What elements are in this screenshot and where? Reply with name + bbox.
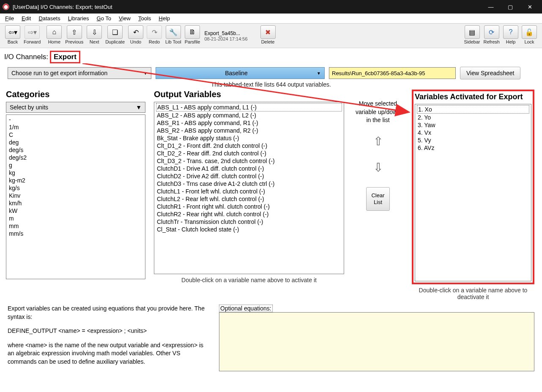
select-by-units-combo[interactable]: Select by units ▼ xyxy=(6,102,145,113)
arrow-left-icon: ⇦▾ xyxy=(5,25,20,39)
list-item[interactable]: ABS_R2 - ABS apply command, R2 (-) xyxy=(156,127,342,134)
list-item[interactable]: - xyxy=(8,116,143,123)
list-item[interactable]: km/h xyxy=(8,199,143,207)
list-item[interactable]: Kinv xyxy=(8,192,143,199)
move-column: Move selected variable up/down in the li… xyxy=(353,90,403,300)
list-item[interactable]: mm xyxy=(8,222,143,230)
explain-p2: DEFINE_OUTPUT <name> = <expression> ; <u… xyxy=(8,327,206,335)
list-item[interactable]: C xyxy=(8,131,143,139)
lock-button[interactable]: 🔓Lock xyxy=(520,24,539,47)
menubar: File Edit Datasets Libraries Go To View … xyxy=(0,14,542,24)
menu-edit[interactable]: Edit xyxy=(18,14,34,22)
output-column: Output Variables ABS_L1 - ABS apply comm… xyxy=(154,90,344,300)
activated-title: Variables Activated for Export xyxy=(415,93,531,101)
maximize-button[interactable]: ▢ xyxy=(501,0,520,14)
list-item[interactable]: 6. AVz xyxy=(417,144,529,152)
choose-run-combo[interactable]: Choose run to get export information ▼ xyxy=(8,67,151,79)
list-item[interactable]: ClutchD2 - Drive A2 diff. clutch control… xyxy=(156,172,342,180)
list-item[interactable]: Cl_Stat - Clutch locked state (-) xyxy=(156,226,342,233)
back-button[interactable]: ⇦▾Back xyxy=(3,24,22,47)
list-item[interactable]: kW xyxy=(8,207,143,215)
list-item[interactable]: deg/s2 xyxy=(8,154,143,161)
baseline-combo[interactable]: Baseline ▼ xyxy=(156,67,325,79)
move-up-button[interactable]: ⇧ xyxy=(369,132,387,151)
categories-listbox[interactable]: -1/mCdegdeg/sdeg/s2gkgkg-m2kg/sKinvkm/hk… xyxy=(6,114,145,279)
list-item[interactable]: Bk_Stat - Brake apply status (-) xyxy=(156,134,342,142)
categories-column: Categories Select by units ▼ -1/mCdegdeg… xyxy=(6,90,145,300)
list-item[interactable]: 3. Yaw xyxy=(417,121,529,129)
menu-help[interactable]: Help xyxy=(155,14,173,22)
list-item[interactable]: Clt_D2_2 - Rear diff. 2nd clutch control… xyxy=(156,150,342,157)
clear-list-button[interactable]: Clear List xyxy=(366,187,390,211)
list-item[interactable]: ClutchL1 - Front left whl. clutch contro… xyxy=(156,188,342,195)
refresh-icon: ⟳ xyxy=(484,25,499,39)
redo-icon: ↷ xyxy=(147,25,162,39)
wrench-icon: 🔧 xyxy=(166,25,181,39)
list-item[interactable]: kg-m2 xyxy=(8,177,143,184)
activated-highlight-box: Variables Activated for Export 1. Xo2. Y… xyxy=(412,90,534,284)
titlebar: ⬤ [UserData] I/O Channels: Export; testO… xyxy=(0,0,542,14)
duplicate-button[interactable]: ❏Duplicate xyxy=(104,24,126,47)
list-item[interactable]: 1/m xyxy=(8,123,143,131)
duplicate-icon: ❏ xyxy=(107,25,123,39)
menu-datasets[interactable]: Datasets xyxy=(35,14,63,22)
list-item[interactable]: 4. Vx xyxy=(417,129,529,136)
list-item[interactable]: Clt_D3_2 - Trans. case, 2nd clutch contr… xyxy=(156,157,342,165)
menu-file[interactable]: File xyxy=(2,14,17,22)
list-item[interactable]: ABS_L1 - ABS apply command, L1 (-) xyxy=(156,103,342,112)
baseline-label: Baseline xyxy=(159,70,313,76)
undo-icon: ↶ xyxy=(128,25,143,39)
redo-button[interactable]: ↷Redo xyxy=(145,24,164,47)
chevron-down-icon: ▼ xyxy=(143,71,148,76)
delete-button[interactable]: ✖Delete xyxy=(259,24,277,47)
list-item[interactable]: ABS_R1 - ABS apply command, R1 (-) xyxy=(156,119,342,127)
menu-tools[interactable]: Tools xyxy=(135,14,154,22)
equations-textarea[interactable] xyxy=(219,312,534,371)
list-item[interactable]: ClutchL2 - Rear left whl. clutch control… xyxy=(156,195,342,203)
list-item[interactable]: Clt_D1_2 - Front diff. 2nd clutch contro… xyxy=(156,142,342,150)
parsfile-button[interactable]: 🗎Parsfile xyxy=(183,24,202,47)
activated-listbox[interactable]: 1. Xo2. Yo3. Yaw4. Vx5. Vy6. AVz xyxy=(415,104,531,281)
explanation-text: Export variables can be created using eq… xyxy=(8,305,206,372)
help-icon: ? xyxy=(503,25,518,39)
view-spreadsheet-button[interactable]: View Spreadsheet xyxy=(460,67,520,79)
refresh-button[interactable]: ⟳Refresh xyxy=(482,24,501,47)
list-item[interactable]: g xyxy=(8,161,143,169)
activated-hint: Double-click on a variable name above to… xyxy=(412,287,534,300)
list-item[interactable]: ClutchR2 - Rear right whl. clutch contro… xyxy=(156,210,342,218)
export-highlight-box: Export xyxy=(50,51,80,63)
menu-goto[interactable]: Go To xyxy=(93,14,115,22)
help-button[interactable]: ?Help xyxy=(501,24,520,47)
forward-button[interactable]: ⇨▾Forward xyxy=(22,24,42,47)
move-down-button[interactable]: ⇩ xyxy=(369,158,387,177)
minimize-button[interactable]: — xyxy=(481,0,501,14)
list-item[interactable]: ClutchD3 - Trns case drive A1-2 clutch c… xyxy=(156,180,342,188)
list-item[interactable]: deg xyxy=(8,139,143,146)
output-listbox[interactable]: ABS_L1 - ABS apply command, L1 (-)ABS_L2… xyxy=(154,102,344,274)
list-item[interactable]: 5. Vy xyxy=(417,136,529,144)
menu-libraries[interactable]: Libraries xyxy=(65,14,93,22)
libtool-button[interactable]: 🔧Lib Tool xyxy=(164,24,183,47)
list-item[interactable]: kg xyxy=(8,169,143,177)
list-item[interactable]: 2. Yo xyxy=(417,114,529,121)
list-item[interactable]: ClutchR1 - Front right whl. clutch contr… xyxy=(156,203,342,210)
select-by-units-label: Select by units xyxy=(10,104,48,111)
file-date: 08-21-2024 17:14:56 xyxy=(204,36,247,41)
results-path[interactable]: Results\Run_6cb07365-85a3-4a3b-95 xyxy=(329,67,456,79)
previous-button[interactable]: ⇧Previous xyxy=(63,24,85,47)
undo-button[interactable]: ↶Undo xyxy=(126,24,145,47)
list-item[interactable]: ABS_L2 - ABS apply command, L2 (-) xyxy=(156,112,342,119)
sidebar-button[interactable]: ▤Sidebar xyxy=(463,24,482,47)
list-item[interactable]: ClutchD1 - Drive A1 diff. clutch control… xyxy=(156,165,342,172)
home-button[interactable]: ⌂Home xyxy=(45,24,63,47)
close-button[interactable]: ✕ xyxy=(520,0,539,14)
list-item[interactable]: kg/s xyxy=(8,184,143,192)
next-button[interactable]: ⇩Next xyxy=(85,24,104,47)
move-description: Move selected variable up/down in the li… xyxy=(353,90,403,125)
menu-view[interactable]: View xyxy=(115,14,134,22)
list-item[interactable]: m xyxy=(8,215,143,222)
list-item[interactable]: 1. Xo xyxy=(417,105,529,114)
list-item[interactable]: mm/s xyxy=(8,230,143,237)
list-item[interactable]: deg/s xyxy=(8,146,143,154)
list-item[interactable]: ClutchTr - Transmission clutch control (… xyxy=(156,218,342,226)
